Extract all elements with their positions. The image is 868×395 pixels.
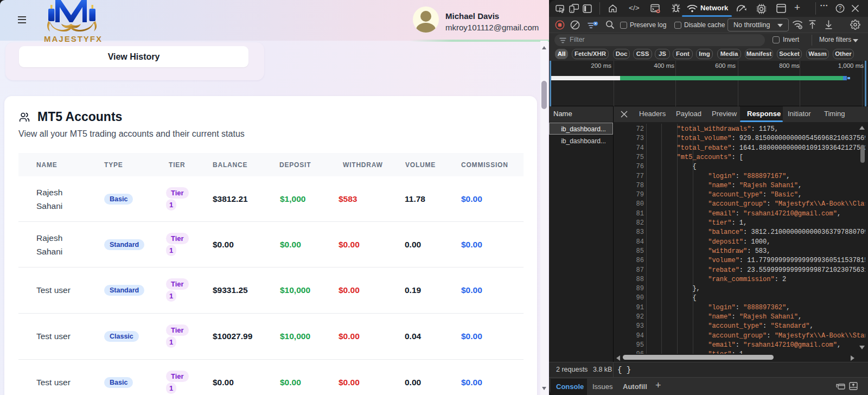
- svg-text:?: ?: [839, 5, 842, 11]
